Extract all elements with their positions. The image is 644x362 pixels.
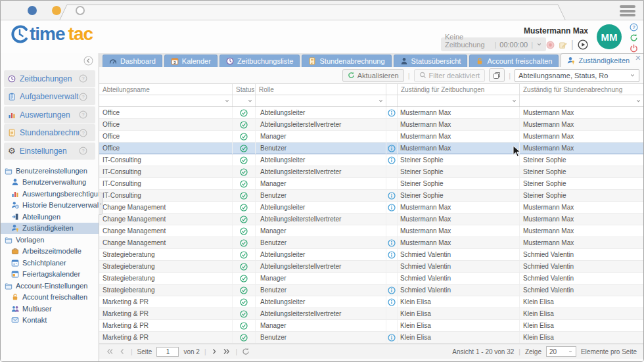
tree-item-schichtplaner[interactable]: Schichtplaner [1,257,99,269]
info-circle-icon[interactable] [388,251,396,259]
table-row[interactable]: StrategieberatungBenutzerSchmied Valenti… [99,284,643,296]
window-button-white[interactable] [76,6,85,15]
column-chooser-button[interactable] [489,68,505,82]
help-circle-gray-icon[interactable]: ? [79,129,87,137]
sidebar-splitter-handle[interactable]: ‹ [99,192,103,215]
info-circle-icon[interactable] [388,156,396,164]
table-row[interactable]: OfficeManagerMustermann MaxMustermann Ma… [99,131,643,143]
filter-abteilungsname[interactable] [99,95,233,106]
filter-status[interactable] [233,95,256,106]
table-row[interactable]: Marketing & PRAbteilungsleiterKlein Elis… [99,296,643,308]
table-row[interactable]: OfficeAbteilungsleiterstellvertreterMust… [99,119,643,131]
sidebar-item-stundenabrechnung[interactable]: Stundenabrechnung? [4,124,95,141]
tab-dashboard[interactable]: Dashboard [103,55,162,67]
help-circle-gray-icon[interactable]: ? [79,74,87,83]
table-row[interactable]: StrategieberatungAbteilungsleiterstellve… [99,261,643,273]
info-circle-icon[interactable] [388,145,396,152]
table-row[interactable]: OfficeBenutzerMustermann MaxMustermann M… [99,143,643,154]
table-row[interactable]: IT-ConsultingManagerSteiner SophieSteine… [99,178,643,190]
tree-item-abteilungen[interactable]: Abteilungen [1,211,99,223]
power-icon[interactable] [630,44,638,53]
cell-rolle: Benutzer [256,284,386,296]
sidebar-collapse-icon[interactable] [83,56,93,66]
tree-item-kontakt[interactable]: Kontakt [1,315,99,327]
sidebar-item-aufgabenverwaltung[interactable]: Aufgabenverwaltung? [4,88,95,105]
info-circle-icon[interactable] [388,334,396,342]
column-header-zuständig-für-stundenabrechnung[interactable]: Zuständig für Stundenabrechnung [520,84,643,95]
table-row[interactable]: Change ManagementAbteilungsleiterstellve… [99,214,643,225]
table-row[interactable]: Marketing & PRManagerKlein ElisaKlein El… [99,320,643,332]
play-icon[interactable] [578,39,588,50]
prev-page-icon[interactable] [118,348,126,355]
table-row[interactable]: Marketing & PRAbteilungsleiterstellvertr… [99,308,643,320]
tab-kalender[interactable]: 3Kalender [164,55,218,67]
tab-account-freischalten[interactable]: Account freischalten [469,55,559,67]
table-row[interactable]: StrategieberatungAbteilungsleiterSchmied… [99,249,643,261]
sidebar-item-einstellungen[interactable]: ⚙Einstellungen? [4,143,95,160]
last-page-icon[interactable] [223,348,231,355]
info-circle-icon[interactable] [388,109,396,117]
tree-item-arbeitszeitmodelle[interactable]: Arbeitszeitmodelle [1,246,99,258]
filter-zuständig-für-stundenabrechnung[interactable] [520,95,643,106]
first-page-icon[interactable] [106,348,114,355]
next-page-icon[interactable] [210,348,218,355]
close-icon[interactable]: ✕ [635,55,641,62]
table-row[interactable]: IT-ConsultingAbteilungsleiterSteiner Sop… [99,154,643,166]
tree-item-benutzereinstellungen[interactable]: Benutzereinstellungen [1,165,99,177]
table-row[interactable]: Change ManagementBenutzerMustermann MaxM… [99,237,643,249]
tree-item-historie-benutzerverwaltung[interactable]: Historie Benutzerverwaltung [1,200,99,212]
edit-note-icon[interactable] [559,41,567,49]
help-circle-gray-icon[interactable]: ? [79,93,87,101]
column-header-abteilungsname[interactable]: Abteilungsname [99,84,233,95]
filter-rolle[interactable] [256,95,386,106]
menu-icon[interactable] [620,5,635,18]
table-row[interactable]: Change ManagementAbteilungsleiterMusterm… [99,202,643,214]
sidebar-item-zeitbuchungen[interactable]: Zeitbuchungen? [4,70,95,87]
table-row[interactable]: StrategieberatungManagerSchmied Valentin… [99,273,643,284]
info-circle-icon[interactable] [388,298,396,306]
tab-zeitbuchungsliste[interactable]: Zeitbuchungsliste [219,55,300,67]
sidebar-item-auswertungen[interactable]: Auswertungen? [4,106,95,124]
reload-grid-icon[interactable] [242,348,250,355]
tree-item-multiuser[interactable]: Multiuser [1,303,99,315]
window-button-orange[interactable] [52,6,61,15]
info-circle-icon[interactable] [388,192,396,200]
page-input[interactable] [156,347,179,357]
tree-item-feiertagskalender[interactable]: Feiertagskalender [1,269,99,281]
refresh-button[interactable]: Aktualisieren [342,69,404,82]
info-circle-icon[interactable] [388,204,396,212]
tree-item-zuständigkeiten[interactable]: Zuständigkeiten [1,223,99,235]
column-header-status[interactable]: Status [233,84,256,95]
help-circle-gray-icon[interactable]: ? [79,110,87,119]
table-row[interactable]: Change ManagementManagerMustermann MaxMu… [99,225,643,237]
help-icon[interactable]: ? [630,23,638,32]
tab-statusübersicht[interactable]: Statusübersicht [394,55,468,67]
info-circle-icon[interactable] [388,286,396,294]
record-icon[interactable] [546,41,555,49]
columns-select[interactable]: Abteilungsname, Status, Ro [515,69,639,82]
table-row[interactable]: OfficeAbteilungsleiterMustermann MaxMust… [99,107,643,119]
tree-item-vorlagen[interactable]: Vorlagen [1,234,99,246]
table-row[interactable]: IT-ConsultingAbteilungsleiterstellvertre… [99,166,643,178]
page-size-select[interactable]: 20 [546,346,576,357]
table-row[interactable]: Marketing & PRBenutzerKlein ElisaKlein E… [99,332,643,344]
avatar[interactable]: MM [597,24,622,49]
tab-stundenabrechnung[interactable]: Stundenabrechnung [302,55,391,67]
info-circle-icon[interactable] [388,239,396,247]
help-circle-gray-icon[interactable]: ? [79,147,87,155]
filter-button[interactable]: Filter deaktiviert [414,69,486,82]
filter-zuständig-für-zeitbuchungen[interactable] [398,95,520,106]
tree-item-account-einstellungen[interactable]: Account-Einstellungen [1,280,99,292]
window-button-blue[interactable] [28,6,37,15]
chevron-down-icon[interactable] [536,41,542,47]
time-tracking-widget[interactable]: Keine Zeitbuchung ... | 00:00:00 | [441,37,546,51]
tree-item-auswertungsberechtigungen[interactable]: Auswertungsberechtigungen [1,188,99,200]
table-row[interactable]: IT-ConsultingBenutzerSteiner SophieStein… [99,190,643,202]
tab-zuständigkeiten[interactable]: Zuständigkeiten✕ [561,53,644,67]
tree-item-account-freischalten[interactable]: Account freischalten [1,292,99,304]
column-header-rolle[interactable]: Rolle [256,84,386,95]
tree-item-benutzerverwaltung[interactable]: Benutzerverwaltung [1,177,99,189]
refresh-session-icon[interactable] [630,34,638,42]
column-header-zuständig-für-zeitbuchungen[interactable]: Zuständig für Zeitbuchungen [398,84,520,95]
timetac-logo[interactable]: time tac [10,24,93,45]
